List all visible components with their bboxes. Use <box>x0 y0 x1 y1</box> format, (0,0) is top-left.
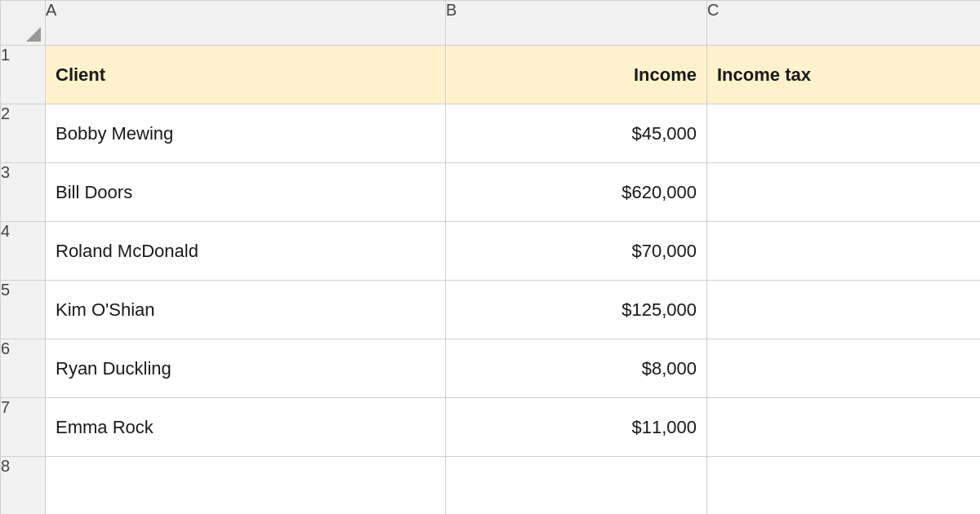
col-header-b: B <box>446 1 707 46</box>
row-num-2: 2 <box>1 104 46 163</box>
cell-8-a[interactable] <box>46 457 446 514</box>
cell-4-c[interactable] <box>707 222 980 281</box>
cell-6-b[interactable]: $8,000 <box>446 339 707 398</box>
row-num-4: 4 <box>1 222 46 281</box>
cell-5-b[interactable]: $125,000 <box>446 281 707 339</box>
cell-8-b[interactable] <box>446 457 707 514</box>
cell-6-a[interactable]: Ryan Duckling <box>46 339 446 398</box>
cell-4-b[interactable]: $70,000 <box>446 222 707 281</box>
cell-8-c[interactable] <box>707 457 980 514</box>
row-num-1: 1 <box>1 46 46 104</box>
row-num-5: 5 <box>1 281 46 339</box>
cell-2-c[interactable] <box>707 104 980 163</box>
corner-triangle <box>26 27 41 42</box>
cell-3-c[interactable] <box>707 163 980 222</box>
cell-2-b[interactable]: $45,000 <box>446 104 707 163</box>
cell-5-c[interactable] <box>707 281 980 339</box>
cell-4-a[interactable]: Roland McDonald <box>46 222 446 281</box>
cell-6-c[interactable] <box>707 339 980 398</box>
cell-3-a[interactable]: Bill Doors <box>46 163 446 222</box>
col-header-c: C <box>707 1 980 46</box>
corner-cell <box>1 1 46 46</box>
row-num-7: 7 <box>1 398 46 457</box>
cell-5-a[interactable]: Kim O'Shian <box>46 281 446 339</box>
cell-7-b[interactable]: $11,000 <box>446 398 707 457</box>
cell-1-b[interactable]: Income <box>446 46 707 104</box>
cell-1-c[interactable]: Income tax <box>707 46 980 104</box>
spreadsheet: A B C 1 Client Income Income tax 2 Bobby… <box>0 0 980 514</box>
cell-7-c[interactable] <box>707 398 980 457</box>
cell-3-b[interactable]: $620,000 <box>446 163 707 222</box>
row-num-8: 8 <box>1 457 46 514</box>
row-num-6: 6 <box>1 339 46 398</box>
col-header-a: A <box>46 1 446 46</box>
cell-2-a[interactable]: Bobby Mewing <box>46 104 446 163</box>
row-num-3: 3 <box>1 163 46 222</box>
cell-1-a[interactable]: Client <box>46 46 446 104</box>
cell-7-a[interactable]: Emma Rock <box>46 398 446 457</box>
grid: A B C 1 Client Income Income tax 2 Bobby… <box>1 1 979 513</box>
